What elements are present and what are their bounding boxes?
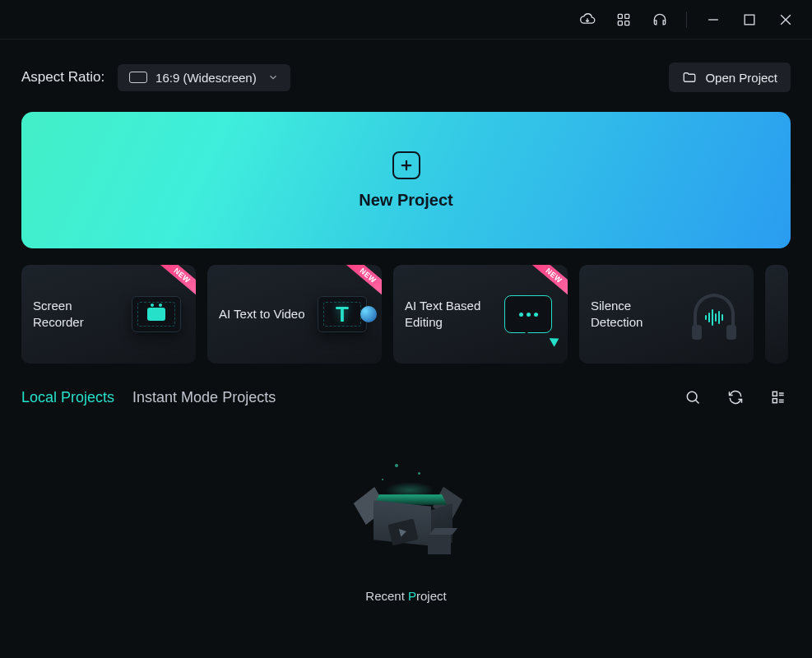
aspect-ratio-label: Aspect Ratio: — [21, 69, 104, 86]
new-project-label: New Project — [359, 191, 452, 210]
empty-state: Recent Project — [21, 467, 791, 603]
feature-card-title: Silence Detection — [591, 298, 681, 331]
refresh-icon — [727, 389, 744, 405]
refresh-button[interactable] — [723, 385, 748, 410]
svg-rect-2 — [618, 21, 622, 25]
open-project-label: Open Project — [705, 71, 777, 85]
headset-support-icon[interactable] — [643, 3, 676, 36]
empty-label-pre: Recent — [365, 589, 408, 603]
open-project-button[interactable]: Open Project — [669, 63, 791, 92]
new-project-button[interactable]: New Project — [21, 112, 791, 248]
close-button[interactable] — [769, 3, 802, 36]
svg-rect-16 — [773, 399, 777, 403]
feature-cards-row: NEW Screen Recorder NEW AI Text to Video… — [21, 265, 791, 364]
aspect-ratio-select[interactable]: 16:9 (Widescreen) — [118, 64, 290, 91]
svg-rect-0 — [618, 14, 622, 18]
svg-rect-3 — [625, 21, 629, 25]
text-editing-icon — [495, 281, 561, 347]
feature-card-screen-recorder[interactable]: NEW Screen Recorder — [21, 265, 196, 364]
empty-label-highlight: P — [408, 589, 416, 603]
empty-state-label: Recent Project — [365, 589, 446, 603]
view-toggle-button[interactable] — [766, 385, 791, 410]
svg-line-14 — [695, 400, 698, 403]
tab-local-projects[interactable]: Local Projects — [21, 389, 114, 406]
list-view-icon — [770, 389, 786, 405]
maximize-button[interactable] — [733, 3, 766, 36]
titlebar — [0, 0, 812, 39]
feature-card-silence-detection[interactable]: Silence Detection — [579, 265, 754, 364]
main-content: Aspect Ratio: 16:9 (Widescreen) Open Pro… — [0, 39, 812, 603]
chevron-down-icon — [267, 72, 279, 83]
apps-grid-icon[interactable] — [607, 3, 640, 36]
svg-rect-15 — [773, 392, 777, 396]
svg-rect-5 — [745, 15, 754, 25]
folder-icon — [682, 70, 697, 85]
plus-icon — [392, 151, 420, 179]
screen-recorder-icon — [123, 281, 189, 347]
projects-tabs-row: Local Projects Instant Mode Projects — [21, 385, 791, 410]
search-button[interactable] — [680, 385, 705, 410]
feature-card-ai-text-to-video[interactable]: NEW AI Text to Video T — [207, 265, 382, 364]
svg-point-13 — [687, 392, 697, 401]
empty-label-post: roject — [416, 589, 447, 603]
svg-rect-1 — [625, 14, 629, 18]
silence-detection-icon — [681, 281, 747, 347]
top-row: Aspect Ratio: 16:9 (Widescreen) Open Pro… — [21, 63, 791, 92]
text-to-video-icon: T — [309, 281, 375, 347]
empty-box-illustration — [349, 467, 464, 566]
widescreen-icon — [129, 72, 147, 83]
minimize-button[interactable] — [697, 3, 730, 36]
feature-card-overflow[interactable] — [765, 265, 788, 364]
titlebar-separator — [686, 12, 687, 28]
feature-card-ai-text-based-editing[interactable]: NEW AI Text Based Editing — [393, 265, 568, 364]
aspect-ratio-value: 16:9 (Widescreen) — [155, 71, 259, 85]
cloud-download-icon[interactable] — [571, 3, 604, 36]
feature-card-title: Screen Recorder — [33, 298, 123, 331]
search-icon — [684, 389, 701, 405]
tab-instant-mode-projects[interactable]: Instant Mode Projects — [132, 389, 276, 406]
feature-card-title: AI Text to Video — [219, 306, 305, 322]
feature-card-title: AI Text Based Editing — [405, 298, 495, 331]
